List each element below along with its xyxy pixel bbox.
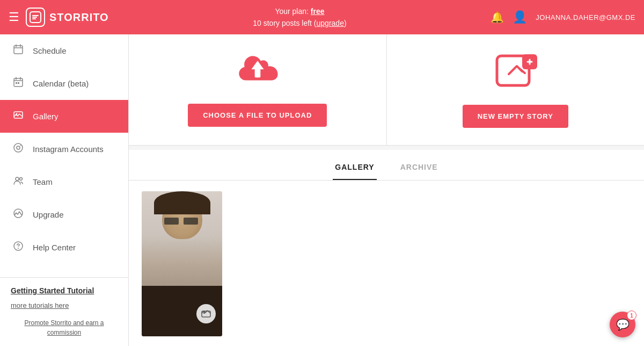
top-actions: CHOOSE A FILE TO UPLOAD NEW EMPTY STORY xyxy=(129,34,644,146)
sidebar-item-gallery[interactable]: Gallery xyxy=(0,100,128,133)
header-center: Your plan: free 10 story posts left (upg… xyxy=(109,5,491,30)
help-icon xyxy=(12,241,24,254)
tab-archive[interactable]: ARCHIVE xyxy=(398,158,440,180)
upgrade-icon xyxy=(12,208,24,221)
chat-bubble[interactable]: 💬 1 xyxy=(610,312,635,337)
gallery-tabs: GALLERY ARCHIVE xyxy=(129,150,644,181)
body-layout: Schedule Calendar (beta) Gallery Instagr… xyxy=(0,34,644,346)
logo: STORRITO xyxy=(26,8,109,27)
new-empty-story-button[interactable]: NEW EMPTY STORY xyxy=(463,105,568,128)
user-email: JOHANNA.DAHER@GMX.DE xyxy=(536,13,635,21)
notification-bell-icon[interactable]: 🔔 xyxy=(491,11,504,24)
upload-cloud-icon xyxy=(236,53,279,93)
sidebar-item-upgrade[interactable]: Upgrade xyxy=(0,198,128,231)
new-story-card[interactable]: NEW EMPTY STORY xyxy=(387,34,645,145)
svg-point-20 xyxy=(203,312,205,314)
chat-icon: 💬 xyxy=(616,318,630,331)
svg-point-9 xyxy=(20,145,21,146)
plan-label: Your plan: xyxy=(275,7,309,16)
main-content: CHOOSE A FILE TO UPLOAD NEW EMPTY STORY xyxy=(129,34,644,346)
plan-info: Your plan: free xyxy=(109,5,491,17)
sidebar-label-gallery: Gallery xyxy=(33,112,58,121)
sidebar-label-team: Team xyxy=(33,177,53,186)
sidebar-item-calendar[interactable]: Calendar (beta) xyxy=(0,67,128,100)
svg-point-6 xyxy=(16,113,18,115)
choose-file-button[interactable]: CHOOSE A FILE TO UPLOAD xyxy=(188,104,327,127)
chat-badge: 1 xyxy=(627,311,636,320)
svg-point-10 xyxy=(16,177,19,181)
svg-rect-4 xyxy=(18,82,19,84)
avatar-icon[interactable]: 👤 xyxy=(513,10,527,24)
plan-link[interactable]: free xyxy=(311,7,325,16)
upgrade-link[interactable]: upgrade xyxy=(317,19,344,27)
logo-text: STORRITO xyxy=(49,11,109,24)
schedule-icon xyxy=(12,44,24,57)
gallery-thumbnail[interactable] xyxy=(142,191,222,336)
gallery-items xyxy=(129,181,644,346)
header: ☰ STORRITO Your plan: free 10 story post… xyxy=(0,0,644,34)
posts-left: 10 story posts left ( xyxy=(253,19,316,27)
promote-link[interactable]: Promote Storrito and earn a commission xyxy=(11,318,118,337)
svg-point-8 xyxy=(17,146,20,149)
sidebar-nav: Schedule Calendar (beta) Gallery Instagr… xyxy=(0,34,128,277)
upload-card[interactable]: CHOOSE A FILE TO UPLOAD xyxy=(129,34,387,145)
sidebar-item-instagram[interactable]: Instagram Accounts xyxy=(0,133,128,165)
thumbnail-overlay-icon xyxy=(196,304,216,323)
posts-info: 10 story posts left (upgrade) xyxy=(109,17,491,29)
sidebar-item-schedule[interactable]: Schedule xyxy=(0,34,128,67)
svg-rect-3 xyxy=(16,82,17,84)
sidebar-item-help[interactable]: Help Center xyxy=(0,231,128,264)
team-icon xyxy=(12,175,24,189)
svg-point-7 xyxy=(14,143,23,152)
logo-icon xyxy=(26,8,45,27)
posts-right: ) xyxy=(344,19,347,27)
svg-rect-1 xyxy=(14,46,23,54)
getting-started-tutorial-link[interactable]: Getting Started Tutorial xyxy=(11,286,118,295)
sidebar: Schedule Calendar (beta) Gallery Instagr… xyxy=(0,34,129,346)
sidebar-item-team[interactable]: Team xyxy=(0,165,128,198)
sidebar-bottom: Getting Started Tutorial more tutorials … xyxy=(0,277,128,346)
svg-point-14 xyxy=(18,248,19,249)
instagram-icon xyxy=(12,142,24,156)
menu-icon[interactable]: ☰ xyxy=(9,10,19,24)
header-right: 🔔 👤 JOHANNA.DAHER@GMX.DE xyxy=(491,10,635,24)
sidebar-label-help: Help Center xyxy=(33,243,76,252)
sidebar-label-upgrade: Upgrade xyxy=(33,210,64,219)
new-story-icon xyxy=(493,52,538,94)
tab-gallery[interactable]: GALLERY xyxy=(333,158,376,180)
calendar-icon xyxy=(12,77,24,90)
more-tutorials-link[interactable]: more tutorials here xyxy=(11,301,118,309)
sidebar-label-instagram: Instagram Accounts xyxy=(33,145,104,154)
sidebar-label-calendar: Calendar (beta) xyxy=(33,79,89,88)
sidebar-label-schedule: Schedule xyxy=(33,46,67,55)
gallery-section: GALLERY ARCHIVE xyxy=(129,150,644,346)
svg-point-11 xyxy=(20,178,23,181)
gallery-icon xyxy=(12,110,24,123)
